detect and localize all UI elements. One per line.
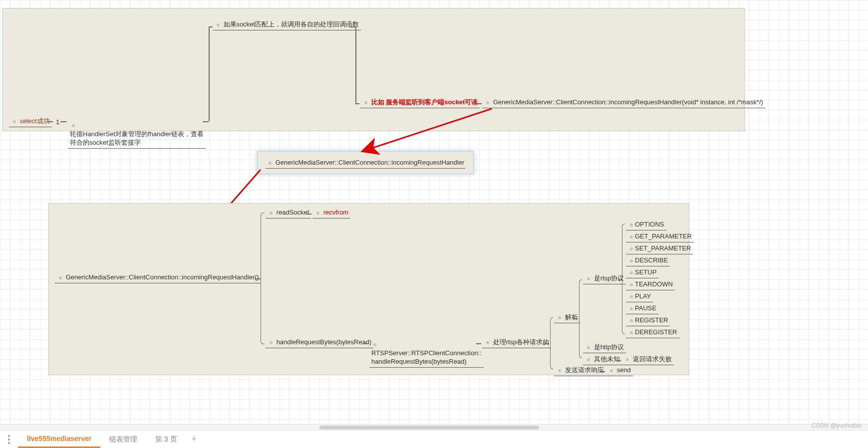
watermark-text: CSDN @yunhuibin	[812, 422, 862, 429]
expand-dot-icon[interactable]	[316, 212, 319, 215]
node-method-setparam[interactable]: SET_PARAMETER	[626, 243, 693, 254]
diagram-focus-node[interactable]: GenericMediaServer::ClientConnection::in…	[257, 151, 474, 174]
tab-bar: live555mediaserver 链表管理 第 3 页 +	[0, 430, 868, 448]
node-other-unknown[interactable]: 其他未知	[583, 354, 622, 365]
node-method-deregister[interactable]: DEREGISTER	[626, 327, 679, 338]
expand-dot-icon[interactable]	[270, 341, 273, 344]
more-options-button[interactable]	[0, 431, 18, 448]
expand-dot-icon[interactable]	[587, 346, 590, 349]
expand-dot-icon[interactable]	[486, 341, 489, 344]
tab-linklist[interactable]: 链表管理	[100, 431, 146, 448]
expand-dot-icon[interactable]	[558, 316, 561, 319]
diagram-panel-top: select成功 1 轮循HandlerSet对象管理的fhandler链表，查…	[2, 8, 745, 131]
node-readsocket[interactable]: readSocket	[266, 208, 311, 219]
scrollbar-thumb[interactable]	[319, 426, 539, 430]
expand-dot-icon[interactable]	[587, 358, 590, 361]
expand-dot-icon[interactable]	[626, 358, 629, 361]
node-handler-signature[interactable]: GenericMediaServer::ClientConnection::in…	[482, 97, 765, 108]
node-send[interactable]: send	[606, 365, 633, 376]
node-loop-handler[interactable]: 轮循HandlerSet对象管理的fhandler链表，查看 符合的socket…	[68, 112, 206, 149]
node-method-pause[interactable]: PAUSE	[626, 303, 658, 314]
expand-dot-icon[interactable]	[630, 331, 633, 334]
node-incoming-handler: GenericMediaServer::ClientConnection::in…	[276, 159, 465, 166]
node-rtsp-proto[interactable]: 是rtsp协议	[583, 273, 626, 284]
node-handler-call[interactable]: GenericMediaServer::ClientConnection::in…	[55, 272, 261, 283]
expand-dot-icon[interactable]	[630, 295, 633, 298]
expand-dot-icon[interactable]	[587, 277, 590, 280]
kebab-icon	[8, 435, 10, 444]
expand-dot-icon[interactable]	[558, 369, 561, 372]
node-socket-match[interactable]: 如果socket匹配上，就调用各自的处理回调函数	[213, 19, 361, 30]
node-method-describe[interactable]: DESCRIBE	[626, 255, 670, 266]
node-number-one: 1	[54, 117, 61, 128]
node-http-proto[interactable]: 是http协议	[583, 342, 626, 353]
tab-page3[interactable]: 第 3 页	[146, 431, 186, 448]
node-rtsp-handle[interactable]: RTSPServer::RTSPClientConnection:: handl…	[369, 331, 484, 368]
add-tab-button[interactable]: +	[186, 432, 202, 448]
expand-dot-icon[interactable]	[610, 369, 613, 372]
node-method-teardown[interactable]: TEARDOWN	[626, 279, 675, 290]
horizontal-scrollbar[interactable]	[0, 424, 868, 430]
expand-dot-icon[interactable]	[630, 319, 633, 322]
diagram-panel-bottom: GenericMediaServer::ClientConnection::in…	[48, 203, 689, 375]
expand-dot-icon[interactable]	[630, 283, 633, 286]
expand-dot-icon[interactable]	[217, 23, 220, 26]
expand-dot-icon[interactable]	[59, 276, 62, 279]
tab-live555[interactable]: live555mediaserver	[18, 431, 100, 448]
node-method-play[interactable]: PLAY	[626, 291, 653, 302]
expand-dot-icon[interactable]	[630, 271, 633, 274]
expand-dot-icon[interactable]	[364, 101, 367, 104]
node-send-response[interactable]: 发送请求响应	[554, 365, 606, 376]
expand-dot-icon[interactable]	[630, 224, 633, 226]
expand-dot-icon[interactable]	[630, 307, 633, 310]
expand-dot-icon[interactable]	[630, 259, 633, 262]
node-fail-response[interactable]: 返回请求失败	[622, 354, 674, 365]
node-method-register[interactable]: REGISTER	[626, 315, 670, 326]
node-recvfrom[interactable]: recvfrom	[312, 208, 350, 219]
expand-dot-icon[interactable]	[270, 212, 273, 215]
node-select-success[interactable]: select成功	[9, 116, 52, 127]
node-method-getparam[interactable]: GET_PARAMETER	[626, 231, 694, 242]
expand-dot-icon[interactable]	[486, 101, 489, 104]
node-parse[interactable]: 解析	[554, 312, 580, 323]
expand-dot-icon[interactable]	[72, 124, 75, 127]
node-example-highlight[interactable]: 比如 服务端监听到客户端socket可读	[360, 97, 480, 108]
node-method-setup[interactable]: SETUP	[626, 267, 658, 278]
node-method-options[interactable]: OPTIONS	[626, 220, 666, 230]
expand-dot-icon[interactable]	[630, 235, 633, 238]
node-handle-bytes[interactable]: handleRequestBytes(bytesRead)	[266, 337, 373, 348]
expand-dot-icon[interactable]	[630, 247, 633, 250]
expand-dot-icon[interactable]	[269, 162, 272, 165]
expand-dot-icon[interactable]	[13, 120, 16, 123]
expand-dot-icon[interactable]	[373, 343, 376, 346]
node-process-rtsp[interactable]: 处理rtsp各种请求的	[482, 337, 551, 348]
